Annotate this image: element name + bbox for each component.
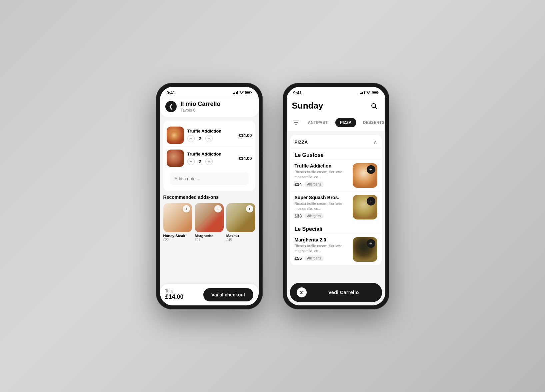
rec-item-price-1: £22 bbox=[163, 238, 169, 242]
back-icon: ❮ bbox=[169, 103, 173, 110]
menu-item-desc-squash: Ricotta truffle cream, fior latte mozzar… bbox=[295, 201, 349, 211]
cart-item-name-2: Truffle Addiction bbox=[187, 152, 235, 157]
quantity-control-1: − 2 + bbox=[187, 135, 235, 142]
allergens-badge-margherita[interactable]: Allergens bbox=[304, 255, 324, 261]
tab-desserts[interactable]: DESSERTS bbox=[358, 118, 385, 127]
checkout-button[interactable]: Vai al checkout bbox=[203, 288, 253, 301]
svg-rect-4 bbox=[378, 92, 378, 93]
menu-item-bottom-squash: £33 Allergens bbox=[295, 213, 349, 219]
menu-item-price-truffle: £14 bbox=[295, 182, 302, 187]
allergens-badge-truffle[interactable]: Allergens bbox=[304, 182, 324, 187]
wifi-icon-right bbox=[366, 91, 371, 94]
status-icons-right bbox=[360, 91, 379, 94]
menu-item-info-truffle: Truffle Addiction Ricotta truffle cream,… bbox=[295, 163, 349, 188]
tab-pizza[interactable]: PIZZA bbox=[335, 118, 356, 127]
menu-item-info-margherita: Margherita 2.0 Ricotta truffle cream, fi… bbox=[295, 237, 349, 261]
rec-add-button-2[interactable]: + bbox=[214, 205, 222, 212]
cart-count-badge: 2 bbox=[297, 287, 307, 297]
list-item: + Maxmu £45 bbox=[226, 203, 255, 242]
menu-item-bottom-truffle: £14 Allergens bbox=[295, 182, 349, 187]
menu-item-name-squash: Super Squash Bros. bbox=[295, 195, 349, 200]
right-phone: 9:41 bbox=[283, 83, 389, 309]
list-item: Super Squash Bros. Ricotta truffle cream… bbox=[290, 191, 382, 223]
cart-item-image-2 bbox=[167, 150, 184, 167]
recommended-items-list: + Honey Steak £22 + Margherita £21 bbox=[163, 203, 255, 242]
rec-item-price-2: £21 bbox=[195, 238, 200, 242]
battery-icon bbox=[245, 91, 252, 94]
pizza-thumbnail-2 bbox=[167, 150, 184, 167]
section-header: PIZZA ∧ bbox=[290, 135, 382, 149]
signal-icon bbox=[233, 91, 238, 94]
pizza-section: PIZZA ∧ Le Gustose Truffle Addiction Ric… bbox=[290, 135, 382, 265]
rec-item-name-3: Maxmu bbox=[226, 234, 239, 238]
total-amount: £14.00 bbox=[165, 293, 184, 300]
svg-rect-5 bbox=[372, 92, 377, 94]
search-button[interactable] bbox=[368, 100, 380, 112]
left-phone: 9:41 bbox=[156, 83, 263, 309]
menu-item-name-truffle: Truffle Addiction bbox=[295, 163, 349, 169]
rec-item-image-3: + bbox=[226, 203, 255, 232]
section-title: PIZZA bbox=[295, 140, 308, 145]
view-cart-label: Vedi Carrello bbox=[312, 289, 375, 295]
cart-item-price-2: £14.00 bbox=[239, 156, 252, 161]
menu-item-price-margherita: £55 bbox=[295, 256, 302, 261]
status-icons-left bbox=[233, 91, 252, 94]
allergens-badge-squash[interactable]: Allergens bbox=[304, 213, 324, 219]
menu-item-image-margherita: + bbox=[353, 237, 377, 262]
list-item: + Honey Steak £22 bbox=[163, 203, 192, 242]
list-item: Margherita 2.0 Ricotta truffle cream, fi… bbox=[290, 233, 382, 265]
cart-content: Truffle Addiction − 2 + £14.00 bbox=[160, 117, 259, 284]
list-item: + Margherita £21 bbox=[195, 203, 224, 242]
search-icon bbox=[371, 103, 377, 109]
signal-icon-right bbox=[360, 91, 365, 94]
view-cart-footer[interactable]: 2 Vedi Carrello bbox=[290, 283, 382, 302]
cart-item: Truffle Addiction − 2 + £14.00 bbox=[167, 124, 252, 147]
cart-items-section: Truffle Addiction − 2 + £14.00 bbox=[163, 121, 255, 191]
filter-icon bbox=[293, 120, 299, 125]
status-time-right: 9:41 bbox=[293, 90, 302, 95]
menu-item-desc-truffle: Ricotta truffle cream, fior latte mozzar… bbox=[295, 170, 349, 180]
add-truffle-button[interactable]: + bbox=[367, 165, 375, 174]
increase-qty-1[interactable]: + bbox=[205, 135, 213, 142]
menu-item-desc-margherita: Ricotta truffle cream, fior latte mozzar… bbox=[295, 243, 349, 254]
recommended-section: Recommended adds-ons + Honey Steak £22 bbox=[160, 191, 259, 244]
back-button[interactable]: ❮ bbox=[165, 101, 177, 112]
cart-footer: Total £14.00 Vai al checkout bbox=[160, 284, 259, 305]
collapse-section-button[interactable]: ∧ bbox=[373, 139, 377, 145]
rec-item-image-1: + bbox=[163, 203, 192, 232]
menu-item-bottom-margherita: £55 Allergens bbox=[295, 255, 349, 261]
rec-add-button-3[interactable]: + bbox=[246, 205, 253, 212]
rec-item-name-2: Margherita bbox=[195, 234, 213, 238]
cart-item-price-1: £14.00 bbox=[239, 133, 252, 138]
add-margherita-button[interactable]: + bbox=[367, 239, 375, 248]
cart-item-info-2: Truffle Addiction − 2 + bbox=[187, 152, 235, 165]
quantity-control-2: − 2 + bbox=[187, 158, 235, 165]
filter-button[interactable] bbox=[291, 117, 301, 128]
increase-qty-2[interactable]: + bbox=[205, 158, 213, 165]
order-note-input[interactable] bbox=[170, 172, 249, 185]
menu-item-image-truffle: + bbox=[353, 163, 377, 188]
rec-item-image-2: + bbox=[195, 203, 224, 232]
rec-item-price-3: £45 bbox=[226, 238, 232, 242]
cart-screen: 9:41 bbox=[160, 87, 259, 305]
add-squash-button[interactable]: + bbox=[367, 197, 375, 205]
menu-item-name-margherita: Margherita 2.0 bbox=[295, 237, 349, 242]
tab-antipasti[interactable]: ANTIPASTI bbox=[303, 118, 333, 127]
qty-value-2: 2 bbox=[198, 159, 202, 164]
menu-header: Sunday bbox=[287, 97, 385, 115]
cart-title-group: Il mio Carrello Tavolo 6 bbox=[181, 101, 221, 113]
svg-line-7 bbox=[375, 107, 377, 109]
cart-subtitle: Tavolo 6 bbox=[181, 108, 221, 113]
decrease-qty-2[interactable]: − bbox=[187, 158, 195, 165]
battery-icon-right bbox=[372, 91, 379, 94]
decrease-qty-1[interactable]: − bbox=[187, 135, 195, 142]
list-item: Truffle Addiction Ricotta truffle cream,… bbox=[290, 160, 382, 191]
svg-rect-1 bbox=[251, 92, 252, 93]
status-bar-left: 9:41 bbox=[160, 87, 259, 97]
total-section: Total £14.00 bbox=[165, 289, 184, 300]
subsection-title-speciali: Le Speciali bbox=[290, 223, 382, 233]
cart-item-image-1 bbox=[167, 127, 184, 144]
menu-item-info-squash: Super Squash Bros. Ricotta truffle cream… bbox=[295, 195, 349, 219]
menu-item-image-squash: + bbox=[353, 195, 377, 219]
pizza-thumbnail-1 bbox=[167, 127, 184, 144]
